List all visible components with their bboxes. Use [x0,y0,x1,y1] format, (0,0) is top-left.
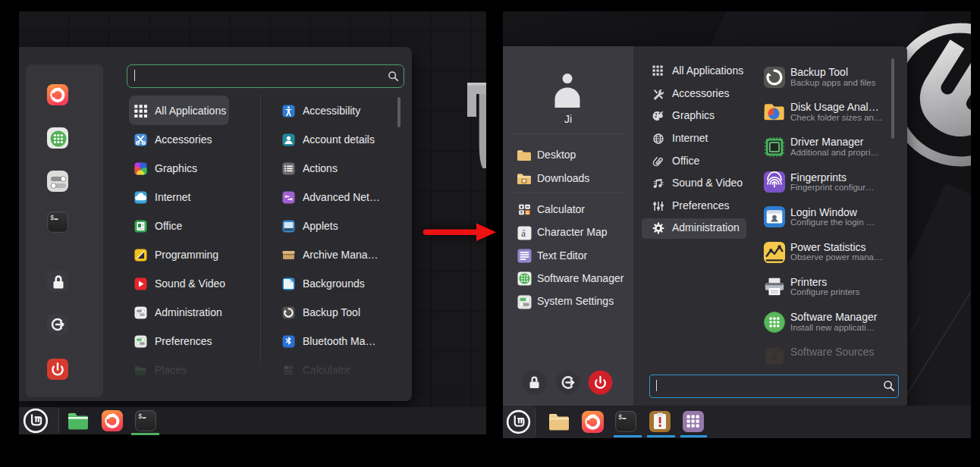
svg-text:á: á [521,227,526,239]
svg-text:$: $ [138,413,142,421]
svg-text:$: $ [618,414,622,422]
svg-text:$: $ [50,215,54,222]
